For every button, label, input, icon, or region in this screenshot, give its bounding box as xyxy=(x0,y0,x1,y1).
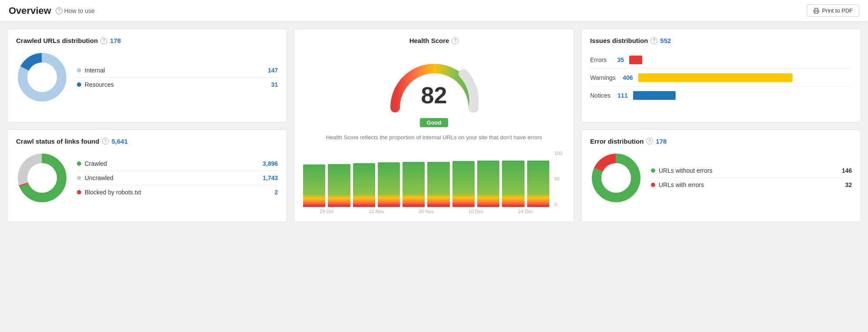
bar-col-2 xyxy=(353,151,375,207)
header-left: Overview ? How to use xyxy=(9,5,95,16)
crawled-count: 3,896 xyxy=(263,160,278,167)
issues-distribution-title: Issues distribution ? 552 xyxy=(590,37,852,44)
crawled-urls-count: 178 xyxy=(110,37,121,44)
svg-point-10 xyxy=(601,163,631,193)
uncrawled-dot xyxy=(77,176,81,180)
crawled-urls-info-icon[interactable]: ? xyxy=(100,37,107,44)
health-bar-chart: 100 50 0 29 Oct 12 Nov 26 Nov 10 Dec 24 … xyxy=(303,151,565,214)
crawled-label: Crawled xyxy=(85,160,107,167)
crawled-urls-donut xyxy=(16,51,68,103)
issues-total: 552 xyxy=(660,37,671,44)
notices-bar xyxy=(633,91,676,100)
print-to-pdf-button[interactable]: Print to PDF xyxy=(807,4,859,17)
svg-rect-0 xyxy=(815,11,818,13)
with-errors-dot xyxy=(651,183,655,187)
issues-distribution-card: Issues distribution ? 552 Errors 35 Warn… xyxy=(581,29,861,122)
no-errors-dot xyxy=(651,168,655,173)
bar-chart-inner: 100 50 0 xyxy=(303,151,549,207)
warnings-bar-wrap xyxy=(638,73,847,82)
bar-label-4: 24 Dec xyxy=(502,209,549,214)
health-score-info-icon[interactable]: ? xyxy=(452,37,459,44)
crawl-status-legend: Crawled 3,896 Uncrawled 1,743 Blocked by… xyxy=(77,157,278,199)
internal-count: 147 xyxy=(268,67,278,74)
legend-item-with-errors: URLs with errors 32 xyxy=(651,178,852,192)
with-errors-count: 32 xyxy=(845,181,852,188)
health-badge: Good xyxy=(420,118,449,127)
error-distribution-donut-row: URLs without errors 146 URLs with errors… xyxy=(590,152,852,204)
crawled-urls-legend: Internal 147 Resources 31 xyxy=(77,63,278,92)
blocked-dot xyxy=(77,190,81,194)
crawl-status-card: Crawl status of links found ? 5,641 Cra xyxy=(7,129,287,222)
bar-col-4 xyxy=(403,151,425,207)
issues-list: Errors 35 Warnings 406 Notices 111 xyxy=(590,51,852,104)
legend-item-resources: Resources 31 xyxy=(77,78,278,92)
legend-item-blocked: Blocked by robots.txt 2 xyxy=(77,185,278,199)
crawled-urls-donut-row: Internal 147 Resources 31 xyxy=(16,51,278,103)
error-distribution-title: Error distribution ? 178 xyxy=(590,138,852,145)
error-dist-count: 178 xyxy=(656,138,667,145)
error-distribution-legend: URLs without errors 146 URLs with errors… xyxy=(651,164,852,192)
print-label: Print to PDF xyxy=(822,7,853,14)
legend-item-uncrawled: Uncrawled 1,743 xyxy=(77,171,278,185)
error-dist-info-icon[interactable]: ? xyxy=(646,138,653,145)
dashboard: Crawled URLs distribution ? 178 Interna xyxy=(0,22,868,229)
bar-x-labels: 29 Oct 12 Nov 26 Nov 10 Dec 24 Dec xyxy=(303,209,549,214)
with-errors-label: URLs with errors xyxy=(659,181,704,188)
bar-label-3: 10 Dec xyxy=(452,209,500,214)
issues-info-icon[interactable]: ? xyxy=(650,37,657,44)
issues-row-notices: Notices 111 xyxy=(590,87,852,104)
crawl-status-donut xyxy=(16,152,68,204)
legend-item-internal: Internal 147 xyxy=(77,63,278,78)
how-to-use-link[interactable]: ? How to use xyxy=(56,7,95,14)
svg-point-7 xyxy=(27,163,57,193)
bar-col-1 xyxy=(328,151,350,207)
crawled-dot xyxy=(77,161,81,166)
page-header: Overview ? How to use Print to PDF xyxy=(0,0,868,22)
crawl-status-title: Crawl status of links found ? 5,641 xyxy=(16,138,278,145)
bar-y-labels: 100 50 0 xyxy=(554,151,562,207)
notices-bar-wrap xyxy=(633,91,847,100)
legend-item-no-errors: URLs without errors 146 xyxy=(651,164,852,178)
issues-row-errors: Errors 35 xyxy=(590,51,852,69)
health-score-card: Health Score ? xyxy=(294,29,574,222)
bar-col-3 xyxy=(378,151,400,207)
bar-label-0: 29 Oct xyxy=(303,209,350,214)
blocked-count: 2 xyxy=(274,189,278,196)
help-icon: ? xyxy=(56,7,63,14)
bar-label-1: 12 Nov xyxy=(353,209,400,214)
page-title: Overview xyxy=(9,5,51,16)
legend-item-crawled: Crawled 3,896 xyxy=(77,157,278,171)
bar-col-7 xyxy=(477,151,499,207)
health-score-number: 82 xyxy=(421,82,447,108)
uncrawled-label: Uncrawled xyxy=(85,174,113,181)
resources-count: 31 xyxy=(271,81,278,88)
error-distribution-donut xyxy=(590,152,642,204)
crawled-urls-title: Crawled URLs distribution ? 178 xyxy=(16,37,278,44)
bar-col-6 xyxy=(452,151,475,207)
errors-bar xyxy=(629,56,642,64)
errors-bar-wrap xyxy=(629,56,847,64)
print-icon xyxy=(813,8,819,14)
no-errors-label: URLs without errors xyxy=(659,167,713,174)
how-to-use-label: How to use xyxy=(64,7,95,14)
crawl-status-donut-row: Crawled 3,896 Uncrawled 1,743 Blocked by… xyxy=(16,152,278,204)
warnings-bar xyxy=(638,73,792,82)
issues-row-warnings: Warnings 406 xyxy=(590,69,852,87)
bar-col-5 xyxy=(427,151,449,207)
bar-label-2: 26 Nov xyxy=(403,209,450,214)
internal-dot xyxy=(77,68,81,72)
bar-col-0 xyxy=(303,151,325,207)
error-distribution-card: Error distribution ? 178 URLs without er… xyxy=(581,129,861,222)
no-errors-count: 146 xyxy=(842,167,852,174)
bar-col-8 xyxy=(502,151,524,207)
health-score-title: Health Score ? xyxy=(409,37,459,44)
svg-point-3 xyxy=(27,62,57,92)
resources-dot xyxy=(77,82,81,87)
blocked-label: Blocked by robots.txt xyxy=(85,189,141,196)
internal-label: Internal xyxy=(85,67,105,74)
crawl-status-info-icon[interactable]: ? xyxy=(102,138,109,145)
health-gauge: 82 xyxy=(386,51,482,116)
bar-col-9 xyxy=(527,151,549,207)
health-desc: Health Score reflects the proportion of … xyxy=(326,133,542,142)
uncrawled-count: 1,743 xyxy=(263,174,278,181)
